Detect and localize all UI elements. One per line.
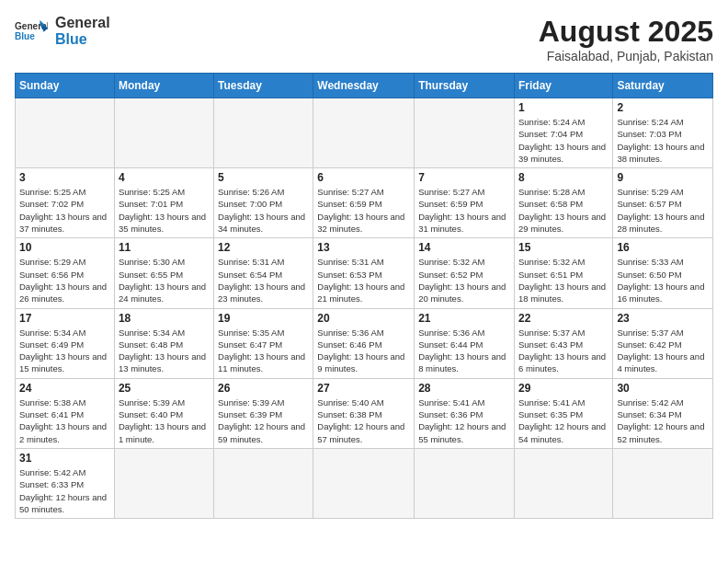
day-info: Sunrise: 5:25 AM Sunset: 7:01 PM Dayligh…: [119, 186, 210, 235]
calendar-header-friday: Friday: [514, 74, 612, 98]
calendar-cell: 29Sunrise: 5:41 AM Sunset: 6:35 PM Dayli…: [514, 378, 612, 448]
day-number: 31: [19, 452, 110, 465]
day-info: Sunrise: 5:24 AM Sunset: 7:03 PM Dayligh…: [617, 116, 709, 165]
day-number: 12: [218, 241, 309, 254]
calendar-week-4: 17Sunrise: 5:34 AM Sunset: 6:49 PM Dayli…: [16, 308, 713, 378]
day-info: Sunrise: 5:24 AM Sunset: 7:04 PM Dayligh…: [518, 116, 609, 165]
calendar-header-tuesday: Tuesday: [214, 74, 313, 98]
day-info: Sunrise: 5:29 AM Sunset: 6:57 PM Dayligh…: [617, 186, 709, 235]
calendar-cell: [415, 98, 515, 168]
calendar-cell: 4Sunrise: 5:25 AM Sunset: 7:01 PM Daylig…: [114, 168, 213, 238]
header: General Blue General Blue August 2025 Fa…: [15, 15, 713, 63]
day-info: Sunrise: 5:37 AM Sunset: 6:42 PM Dayligh…: [617, 327, 709, 375]
day-info: Sunrise: 5:32 AM Sunset: 6:52 PM Dayligh…: [418, 256, 510, 304]
day-number: 20: [317, 312, 410, 325]
calendar-cell: 8Sunrise: 5:28 AM Sunset: 6:58 PM Daylig…: [514, 168, 612, 238]
calendar-cell: 28Sunrise: 5:41 AM Sunset: 6:36 PM Dayli…: [415, 378, 515, 448]
day-info: Sunrise: 5:34 AM Sunset: 6:49 PM Dayligh…: [19, 327, 110, 375]
day-number: 19: [218, 312, 309, 325]
day-info: Sunrise: 5:36 AM Sunset: 6:46 PM Dayligh…: [317, 327, 410, 375]
calendar-cell: [514, 448, 612, 518]
calendar-header-row: SundayMondayTuesdayWednesdayThursdayFrid…: [16, 74, 713, 98]
calendar-header-sunday: Sunday: [16, 74, 115, 98]
calendar-header-monday: Monday: [114, 74, 213, 98]
day-number: 14: [418, 241, 510, 254]
calendar-cell: 16Sunrise: 5:33 AM Sunset: 6:50 PM Dayli…: [613, 238, 713, 308]
day-info: Sunrise: 5:39 AM Sunset: 6:40 PM Dayligh…: [119, 396, 210, 445]
day-number: 26: [218, 382, 309, 395]
day-number: 30: [617, 382, 709, 395]
day-number: 1: [518, 101, 609, 114]
day-info: Sunrise: 5:38 AM Sunset: 6:41 PM Dayligh…: [19, 396, 110, 445]
calendar-cell: 11Sunrise: 5:30 AM Sunset: 6:55 PM Dayli…: [114, 238, 213, 308]
day-info: Sunrise: 5:34 AM Sunset: 6:48 PM Dayligh…: [119, 327, 210, 375]
day-info: Sunrise: 5:31 AM Sunset: 6:54 PM Dayligh…: [218, 256, 309, 304]
day-info: Sunrise: 5:42 AM Sunset: 6:33 PM Dayligh…: [19, 466, 110, 515]
logo: General Blue General Blue: [15, 15, 110, 48]
calendar-cell: 24Sunrise: 5:38 AM Sunset: 6:41 PM Dayli…: [16, 378, 115, 448]
calendar-cell: 6Sunrise: 5:27 AM Sunset: 6:59 PM Daylig…: [313, 168, 415, 238]
day-number: 6: [317, 171, 410, 184]
day-number: 4: [119, 171, 210, 184]
calendar-cell: 2Sunrise: 5:24 AM Sunset: 7:03 PM Daylig…: [613, 98, 713, 168]
day-number: 21: [418, 312, 510, 325]
day-info: Sunrise: 5:28 AM Sunset: 6:58 PM Dayligh…: [518, 186, 609, 235]
day-number: 18: [119, 312, 210, 325]
day-number: 10: [19, 241, 110, 254]
calendar-cell: 17Sunrise: 5:34 AM Sunset: 6:49 PM Dayli…: [16, 308, 115, 378]
calendar-cell: [313, 98, 415, 168]
calendar-week-1: 1Sunrise: 5:24 AM Sunset: 7:04 PM Daylig…: [16, 98, 713, 168]
calendar-cell: 3Sunrise: 5:25 AM Sunset: 7:02 PM Daylig…: [16, 168, 115, 238]
calendar-week-3: 10Sunrise: 5:29 AM Sunset: 6:56 PM Dayli…: [16, 238, 713, 308]
day-info: Sunrise: 5:41 AM Sunset: 6:36 PM Dayligh…: [418, 396, 510, 445]
calendar-header-wednesday: Wednesday: [313, 74, 415, 98]
calendar-cell: 7Sunrise: 5:27 AM Sunset: 6:59 PM Daylig…: [415, 168, 515, 238]
calendar-cell: [415, 448, 515, 518]
day-info: Sunrise: 5:39 AM Sunset: 6:39 PM Dayligh…: [218, 396, 309, 445]
calendar-cell: 25Sunrise: 5:39 AM Sunset: 6:40 PM Dayli…: [114, 378, 213, 448]
day-info: Sunrise: 5:30 AM Sunset: 6:55 PM Dayligh…: [119, 256, 210, 304]
day-number: 5: [218, 171, 309, 184]
calendar-cell: [214, 98, 313, 168]
title-area: August 2025 Faisalabad, Punjab, Pakistan: [539, 15, 713, 63]
calendar-cell: 5Sunrise: 5:26 AM Sunset: 7:00 PM Daylig…: [214, 168, 313, 238]
calendar-cell: 19Sunrise: 5:35 AM Sunset: 6:47 PM Dayli…: [214, 308, 313, 378]
calendar-week-2: 3Sunrise: 5:25 AM Sunset: 7:02 PM Daylig…: [16, 168, 713, 238]
calendar-cell: 10Sunrise: 5:29 AM Sunset: 6:56 PM Dayli…: [16, 238, 115, 308]
calendar-cell: 27Sunrise: 5:40 AM Sunset: 6:38 PM Dayli…: [313, 378, 415, 448]
calendar-cell: 14Sunrise: 5:32 AM Sunset: 6:52 PM Dayli…: [415, 238, 515, 308]
calendar-cell: 20Sunrise: 5:36 AM Sunset: 6:46 PM Dayli…: [313, 308, 415, 378]
svg-text:Blue: Blue: [15, 31, 35, 41]
calendar-cell: 26Sunrise: 5:39 AM Sunset: 6:39 PM Dayli…: [214, 378, 313, 448]
calendar-cell: 21Sunrise: 5:36 AM Sunset: 6:44 PM Dayli…: [415, 308, 515, 378]
day-info: Sunrise: 5:37 AM Sunset: 6:43 PM Dayligh…: [518, 327, 609, 375]
day-number: 29: [518, 382, 609, 395]
day-info: Sunrise: 5:40 AM Sunset: 6:38 PM Dayligh…: [317, 396, 410, 445]
day-info: Sunrise: 5:41 AM Sunset: 6:35 PM Dayligh…: [518, 396, 609, 445]
day-number: 24: [19, 382, 110, 395]
calendar-cell: 18Sunrise: 5:34 AM Sunset: 6:48 PM Dayli…: [114, 308, 213, 378]
calendar-week-5: 24Sunrise: 5:38 AM Sunset: 6:41 PM Dayli…: [16, 378, 713, 448]
day-number: 15: [518, 241, 609, 254]
calendar-cell: 31Sunrise: 5:42 AM Sunset: 6:33 PM Dayli…: [16, 448, 115, 518]
calendar-cell: 12Sunrise: 5:31 AM Sunset: 6:54 PM Dayli…: [214, 238, 313, 308]
calendar-header-thursday: Thursday: [415, 74, 515, 98]
month-year: August 2025: [539, 15, 713, 49]
calendar-cell: 22Sunrise: 5:37 AM Sunset: 6:43 PM Dayli…: [514, 308, 612, 378]
day-number: 9: [617, 171, 709, 184]
day-info: Sunrise: 5:42 AM Sunset: 6:34 PM Dayligh…: [617, 396, 709, 445]
calendar-cell: [114, 98, 213, 168]
day-info: Sunrise: 5:35 AM Sunset: 6:47 PM Dayligh…: [218, 327, 309, 375]
day-info: Sunrise: 5:33 AM Sunset: 6:50 PM Dayligh…: [617, 256, 709, 304]
calendar-cell: 15Sunrise: 5:32 AM Sunset: 6:51 PM Dayli…: [514, 238, 612, 308]
logo-general-text: General: [55, 15, 110, 31]
calendar-cell: 1Sunrise: 5:24 AM Sunset: 7:04 PM Daylig…: [514, 98, 612, 168]
day-number: 23: [617, 312, 709, 325]
logo-blue-text: Blue: [55, 31, 110, 48]
day-number: 17: [19, 312, 110, 325]
calendar-cell: 23Sunrise: 5:37 AM Sunset: 6:42 PM Dayli…: [613, 308, 713, 378]
calendar-cell: [114, 448, 213, 518]
day-info: Sunrise: 5:36 AM Sunset: 6:44 PM Dayligh…: [418, 327, 510, 375]
calendar-cell: 9Sunrise: 5:29 AM Sunset: 6:57 PM Daylig…: [613, 168, 713, 238]
day-number: 7: [418, 171, 510, 184]
